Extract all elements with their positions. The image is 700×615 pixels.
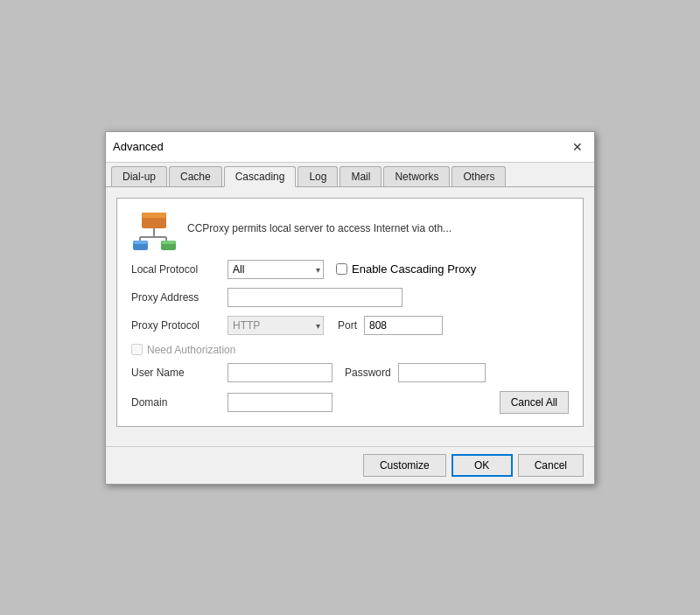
local-protocol-select-wrapper: All HTTP SOCKS FTP ▾ xyxy=(228,260,324,279)
port-label: Port xyxy=(338,319,357,332)
local-protocol-label: Local Protocol xyxy=(131,263,228,276)
user-name-row: User Name xyxy=(131,363,332,382)
password-section: Password xyxy=(345,363,486,382)
need-auth-label: Need Authorization xyxy=(147,344,235,356)
panel-description: CCProxy permits local server to access I… xyxy=(187,222,452,234)
port-section: Port xyxy=(338,316,443,335)
proxy-protocol-label: Proxy Protocol xyxy=(131,319,228,332)
tab-dialup[interactable]: Dial-up xyxy=(111,166,167,186)
cancel-all-button[interactable]: Cancel All xyxy=(500,391,569,414)
proxy-address-row: Proxy Address xyxy=(131,288,569,307)
user-name-input[interactable] xyxy=(228,363,332,382)
enable-cascading-label[interactable]: Enable Cascading Proxy xyxy=(352,262,476,276)
footer-bar: Customize OK Cancel xyxy=(106,446,594,484)
content-area: CCProxy permits local server to access I… xyxy=(106,187,594,446)
domain-row: Domain xyxy=(131,393,332,412)
tab-bar: Dial-up Cache Cascading Log Mail Network… xyxy=(106,163,594,187)
svg-rect-1 xyxy=(142,213,166,218)
tab-cascading[interactable]: Cascading xyxy=(224,166,297,187)
need-auth-checkbox[interactable] xyxy=(131,344,143,355)
local-protocol-row: Local Protocol All HTTP SOCKS FTP ▾ Enab… xyxy=(131,260,569,279)
advanced-window: Advanced ✕ Dial-up Cache Cascading Log M… xyxy=(105,131,595,485)
cascading-panel: CCProxy permits local server to access I… xyxy=(116,198,584,427)
tab-mail[interactable]: Mail xyxy=(340,166,382,186)
user-name-section: User Name xyxy=(131,363,332,382)
need-auth-row: Need Authorization xyxy=(131,344,569,356)
tab-others[interactable]: Others xyxy=(452,166,506,186)
proxy-protocol-row: Proxy Protocol HTTP SOCKS4 SOCKS5 ▾ Port xyxy=(131,316,569,335)
tab-log[interactable]: Log xyxy=(298,166,338,186)
tab-networks[interactable]: Networks xyxy=(383,166,450,186)
password-input[interactable] xyxy=(398,363,486,382)
proxy-protocol-select[interactable]: HTTP SOCKS4 SOCKS5 xyxy=(228,316,324,335)
domain-input[interactable] xyxy=(228,393,332,412)
svg-rect-9 xyxy=(161,241,176,244)
ok-button[interactable]: OK xyxy=(452,454,513,477)
proxy-address-input[interactable] xyxy=(228,288,402,307)
tab-cache[interactable]: Cache xyxy=(169,166,222,186)
user-name-label: User Name xyxy=(131,367,228,379)
close-button[interactable]: ✕ xyxy=(568,137,587,157)
enable-cascading-row: Enable Cascading Proxy xyxy=(336,262,476,276)
proxy-protocol-select-wrapper: HTTP SOCKS4 SOCKS5 ▾ xyxy=(228,316,324,335)
local-protocol-select[interactable]: All HTTP SOCKS FTP xyxy=(228,260,324,279)
proxy-address-label: Proxy Address xyxy=(131,291,228,304)
port-input[interactable] xyxy=(364,316,443,335)
proxy-icon xyxy=(131,211,175,246)
cancel-button[interactable]: Cancel xyxy=(518,454,584,477)
enable-cascading-checkbox[interactable] xyxy=(336,263,347,275)
customize-button[interactable]: Customize xyxy=(363,454,446,477)
svg-rect-7 xyxy=(133,241,148,244)
title-bar: Advanced ✕ xyxy=(106,132,594,163)
password-label: Password xyxy=(345,367,391,379)
window-title: Advanced xyxy=(113,140,164,153)
panel-header: CCProxy permits local server to access I… xyxy=(131,211,569,246)
domain-label: Domain xyxy=(131,396,228,409)
